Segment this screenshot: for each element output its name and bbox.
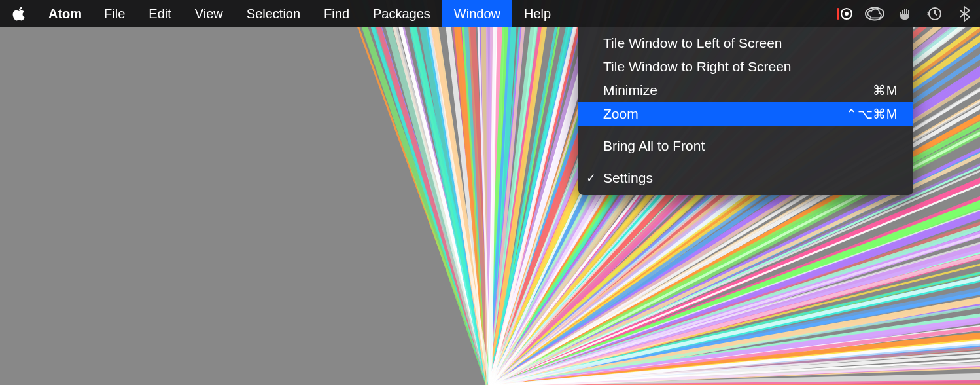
time-machine-icon (927, 6, 943, 22)
menu-item-settings-window[interactable]: ✓ Settings (578, 166, 913, 190)
menu-view[interactable]: View (183, 0, 235, 28)
menu-separator (578, 130, 913, 130)
menu-item-label: Zoom (603, 106, 846, 122)
menu-item-label: Settings (603, 170, 898, 186)
menu-selection[interactable]: Selection (235, 0, 312, 28)
menu-item-tile-left[interactable]: Tile Window to Left of Screen (578, 31, 913, 55)
menu-window[interactable]: Window (442, 0, 512, 28)
status-creative-cloud-icon[interactable] (860, 7, 890, 21)
desktop: Atom File Edit View Selection Find Packa… (0, 0, 980, 385)
menu-file[interactable]: File (92, 0, 137, 28)
status-bluetooth-icon[interactable] (950, 6, 980, 22)
menu-find[interactable]: Find (312, 0, 361, 28)
menu-help[interactable]: Help (512, 0, 563, 28)
menu-item-shortcut: ⌘M (873, 82, 898, 98)
menu-item-zoom[interactable]: Zoom ⌃⌥⌘M (578, 102, 913, 126)
bluetooth-icon (960, 6, 970, 22)
svg-point-2 (845, 12, 849, 16)
menu-item-label: Tile Window to Right of Screen (603, 59, 898, 75)
menu-item-tile-right[interactable]: Tile Window to Right of Screen (578, 55, 913, 79)
menu-item-minimize[interactable]: Minimize ⌘M (578, 79, 913, 102)
apple-logo-icon (12, 6, 26, 22)
menubar: Atom File Edit View Selection Find Packa… (0, 0, 980, 28)
status-avast-icon[interactable] (830, 7, 860, 21)
creative-cloud-icon (865, 7, 884, 21)
status-hand-icon[interactable] (890, 7, 920, 21)
helper-icon (897, 7, 913, 21)
status-time-machine-icon[interactable] (920, 6, 950, 22)
window-menu-dropdown: Tile Window to Left of Screen Tile Windo… (578, 28, 913, 195)
menu-packages[interactable]: Packages (361, 0, 442, 28)
app-name[interactable]: Atom (38, 0, 92, 28)
antivirus-icon (836, 7, 853, 21)
menu-edit[interactable]: Edit (137, 0, 183, 28)
checkmark-icon: ✓ (586, 171, 596, 185)
menu-item-label: Bring All to Front (603, 138, 898, 154)
menu-item-label: Tile Window to Left of Screen (603, 35, 898, 51)
apple-menu[interactable] (0, 6, 38, 22)
menu-item-bring-all-to-front[interactable]: Bring All to Front (578, 134, 913, 158)
menu-separator (578, 162, 913, 162)
svg-rect-0 (837, 8, 839, 20)
menu-item-shortcut: ⌃⌥⌘M (846, 106, 898, 122)
menu-item-label: Minimize (603, 82, 873, 98)
